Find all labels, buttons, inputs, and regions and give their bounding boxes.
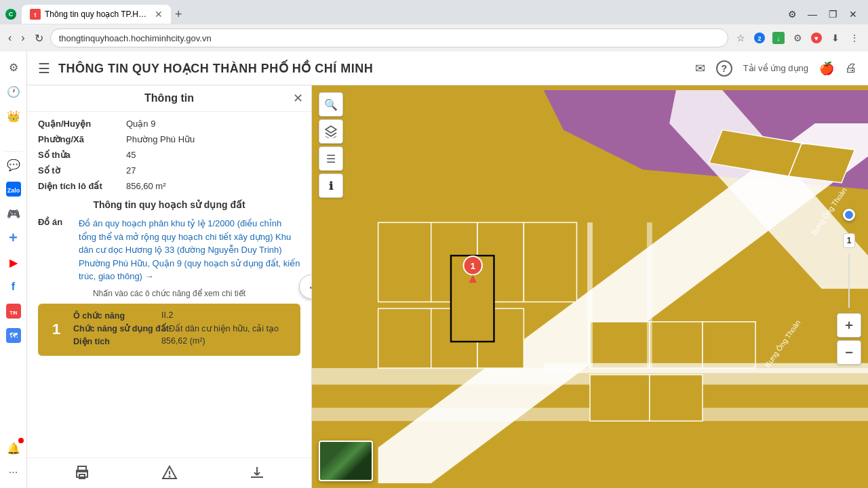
quy-hoach-section-title: Thông tin quy hoạch sử dụng đất	[38, 199, 300, 210]
layers-btn[interactable]	[319, 119, 343, 144]
field-dien-tich: Diện tích lô đất 856,60 m²	[38, 181, 300, 191]
svg-text:♥: ♥	[814, 35, 818, 42]
search-map-btn[interactable]: 🔍	[319, 92, 343, 117]
zoom-out-btn[interactable]: −	[837, 340, 861, 365]
window-controls: ⚙ — ❐ ✕	[783, 5, 863, 24]
do-an-label: Đồ án	[38, 217, 79, 283]
map-area[interactable]: Bưng Ông Thoàn Bưng Ông Thoàn Hẻm 41	[312, 85, 868, 488]
field-so-to: Số tờ 27	[38, 165, 300, 176]
phuong-xa-label: Phường/Xã	[38, 134, 126, 144]
tab-close-btn[interactable]: ✕	[155, 9, 163, 20]
download-app-link[interactable]: Tải về ứng dụng	[743, 63, 808, 73]
card-number: 1	[46, 310, 66, 349]
info-content: Quận/Huyện Quận 9 Phường/Xã Phường Phú H…	[27, 112, 311, 458]
restore-btn[interactable]: ❐	[823, 5, 842, 24]
svg-text:🗺: 🗺	[9, 331, 18, 340]
sidebar-game-icon[interactable]: 🎮	[2, 202, 25, 225]
svg-rect-35	[590, 322, 650, 368]
print-action-btn[interactable]	[74, 465, 90, 481]
download-ext-icon[interactable]: ↓	[770, 30, 787, 46]
hint-text: Nhấn vào các ô chức năng để xem chi tiết	[38, 289, 300, 298]
info-close-btn[interactable]: ✕	[293, 91, 303, 106]
zoom-in-btn[interactable]: +	[837, 313, 861, 338]
sidebar-news-icon[interactable]: TIN	[2, 300, 25, 323]
warning-action-btn[interactable]	[161, 465, 178, 481]
field-quan-huyen: Quận/Huyện Quận 9	[38, 119, 300, 129]
back-btn[interactable]: ‹	[5, 29, 14, 47]
quan-huyen-label: Quận/Huyện	[38, 119, 126, 129]
minimap-image	[320, 442, 372, 480]
location-dot[interactable]	[843, 209, 855, 221]
info-panel-title: Thông tin	[144, 92, 194, 104]
help-icon[interactable]: ?	[716, 60, 732, 77]
new-tab-button[interactable]: +	[171, 7, 186, 22]
svg-rect-39	[650, 375, 703, 421]
svg-rect-28	[378, 308, 431, 368]
zoom-number: 1	[843, 233, 856, 248]
chuc-nang-val: Đất dân cư hiện hữu, cải tạo	[169, 323, 279, 333]
app-header: ☰ THÔNG TIN QUY HOẠCH THÀNH PHỐ HỒ CHÍ M…	[27, 52, 868, 85]
active-tab[interactable]: t Thông tin quy hoạch TP.HCM ✕	[22, 5, 171, 24]
forward-btn[interactable]: ›	[18, 29, 27, 47]
hamburger-icon[interactable]: ☰	[38, 60, 50, 77]
heart-ext-icon[interactable]: ♥	[808, 30, 825, 46]
svg-rect-27	[524, 222, 576, 302]
sidebar-bell-icon[interactable]: 🔔	[2, 436, 25, 460]
dien-tich-card-key: Diện tích	[73, 336, 161, 346]
sidebar-settings-icon[interactable]: ⚙	[2, 56, 25, 79]
apple-icon[interactable]: 🍎	[819, 61, 834, 76]
menu-icon[interactable]: ⋮	[846, 30, 863, 46]
settings-ext-icon[interactable]: ⚙	[789, 30, 806, 46]
chuc-nang-key: Chức năng sử dụng đất	[73, 323, 169, 333]
close-btn[interactable]: ✕	[844, 5, 863, 24]
o-chuc-nang-key: Ô chức năng	[73, 310, 161, 321]
svg-text:Zalo: Zalo	[7, 187, 20, 194]
dien-tich-value: 856,60 m²	[126, 181, 166, 191]
so-to-value: 27	[126, 165, 136, 176]
info-panel: Thông tin ✕ Quận/Huyện Quận 9 Phường/Xã …	[27, 85, 312, 488]
info-btn[interactable]: ℹ	[319, 174, 343, 198]
so-thua-label: Số thửa	[38, 150, 126, 160]
sidebar-add-icon[interactable]: +	[2, 226, 25, 249]
so-to-label: Số tờ	[38, 165, 126, 176]
svg-rect-37	[703, 322, 755, 368]
bookmark-icon[interactable]: ☆	[732, 30, 749, 46]
sidebar-youtube-icon[interactable]: ▶	[2, 251, 25, 274]
sidebar-facebook-icon[interactable]: f	[2, 275, 25, 298]
card-details: Ô chức năng II.2 Chức năng sử dụng đất Đ…	[73, 310, 292, 349]
dien-tich-label: Diện tích lô đất	[38, 181, 126, 191]
field-phuong-xa: Phường/Xã Phường Phú Hữu	[38, 134, 300, 144]
address-bar[interactable]: thongtinquyhoach.hochiminhcity.gov.vn	[50, 28, 728, 47]
svg-text:2: 2	[757, 35, 761, 42]
download-action-btn[interactable]	[249, 465, 265, 481]
sidebar-messenger-icon[interactable]: 💬	[2, 153, 25, 176]
minimap[interactable]	[319, 441, 373, 481]
do-an-value[interactable]: Đồ án quy hoạch phân khu tỷ lệ 1/2000 (đ…	[79, 217, 300, 283]
card-row-dien-tich: Diện tích 856,62 (m²)	[73, 336, 292, 346]
svg-rect-38	[590, 375, 650, 421]
list-btn[interactable]: ☰	[319, 146, 343, 171]
email-icon[interactable]: ✉	[695, 61, 705, 76]
left-sidebar: ⚙ 🕐 👑 💬 Zalo 🎮 + ▶ f TIN 🗺 🔔 ···	[0, 52, 27, 488]
do-an-section: Đồ án Đồ án quy hoạch phân khu tỷ lệ 1/2…	[38, 217, 300, 283]
map-controls-right: 1 + −	[837, 209, 861, 365]
sidebar-history-icon[interactable]: 🕐	[2, 80, 25, 103]
svg-text:↓: ↓	[776, 34, 781, 42]
card-row-o-chuc-nang: Ô chức năng II.2	[73, 310, 292, 321]
sidebar-map-icon[interactable]: 🗺	[2, 324, 25, 347]
download-icon[interactable]: ⬇	[827, 30, 844, 46]
settings-btn[interactable]: ⚙	[783, 5, 802, 24]
minimize-btn[interactable]: —	[803, 5, 822, 24]
svg-text:t: t	[35, 12, 37, 18]
sidebar-more-icon[interactable]: ···	[2, 461, 25, 484]
sidebar-zalo-icon[interactable]: Zalo	[2, 178, 25, 201]
app-title: THÔNG TIN QUY HOẠCH THÀNH PHỐ HỒ CHÍ MIN…	[58, 61, 373, 76]
reload-btn[interactable]: ↻	[32, 29, 46, 47]
svg-rect-24	[378, 222, 431, 302]
function-card[interactable]: 1 Ô chức năng II.2 Chức năng sử dụng đất…	[38, 304, 300, 356]
print-icon[interactable]: 🖨	[845, 61, 857, 75]
extension1-icon[interactable]: 2	[751, 30, 768, 46]
dien-tich-card-val: 856,62 (m²)	[161, 336, 205, 346]
info-panel-header: Thông tin ✕	[27, 85, 311, 112]
sidebar-star-icon[interactable]: 👑	[2, 104, 25, 127]
